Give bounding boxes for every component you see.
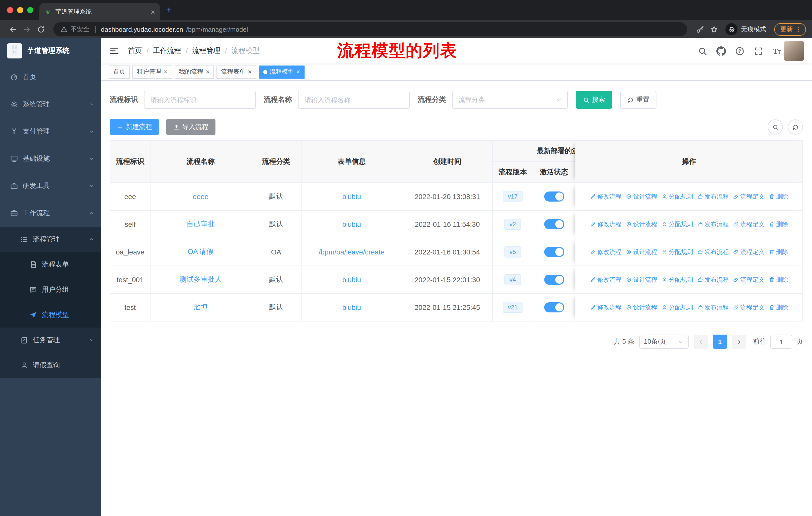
delete-link[interactable]: 删除 xyxy=(768,275,788,284)
breadcrumb-item[interactable]: 工作流程 xyxy=(153,46,181,55)
assign-rule-link[interactable]: 分配规则 xyxy=(661,220,693,228)
active-switch[interactable] xyxy=(544,302,564,313)
traffic-light-zoom[interactable] xyxy=(27,7,33,13)
assign-rule-link[interactable]: 分配规则 xyxy=(661,248,693,256)
sidebar-item-infrastructure[interactable]: 基础设施 xyxy=(0,145,101,172)
update-button[interactable]: 更新 xyxy=(774,23,806,35)
delete-link[interactable]: 删除 xyxy=(768,192,788,201)
sidebar-item-system[interactable]: 系统管理 xyxy=(0,91,101,118)
mini-button[interactable] xyxy=(788,119,803,135)
form-link[interactable]: biubiu xyxy=(342,192,361,200)
process-definition-link[interactable]: 流程定义 xyxy=(733,248,764,256)
form-link[interactable]: biubiu xyxy=(342,303,361,311)
sidebar-item-workflow[interactable]: 工作流程 xyxy=(0,199,101,227)
process-name-link[interactable]: eeee xyxy=(193,192,208,200)
search-icon[interactable] xyxy=(698,46,707,56)
sidebar-toggle[interactable] xyxy=(109,45,120,56)
breadcrumb-item[interactable]: 流程模型 xyxy=(231,46,260,55)
publish-process-link[interactable]: 发布流程 xyxy=(697,248,729,256)
design-process-link[interactable]: 设计流程 xyxy=(626,303,657,312)
sidebar-item-user-group[interactable]: 用户分组 xyxy=(0,277,101,302)
delete-link[interactable]: 删除 xyxy=(768,248,788,256)
assign-rule-link[interactable]: 分配规则 xyxy=(661,275,693,284)
modify-process-link[interactable]: 修改流程 xyxy=(590,248,621,256)
tag-home[interactable]: 首页 xyxy=(109,65,130,78)
reset-button[interactable]: 重置 xyxy=(620,91,657,109)
process-definition-link[interactable]: 流程定义 xyxy=(733,275,764,284)
modify-process-link[interactable]: 修改流程 xyxy=(590,275,621,284)
sidebar-item-payment[interactable]: 支付管理 xyxy=(0,118,101,145)
breadcrumb-item[interactable]: 首页 xyxy=(128,46,142,55)
modify-process-link[interactable]: 修改流程 xyxy=(590,192,621,201)
browser-tab[interactable]: 芋道管理系统 × xyxy=(39,3,160,20)
tag-close-icon[interactable]: × xyxy=(296,69,300,75)
publish-process-link[interactable]: 发布流程 xyxy=(697,303,729,312)
form-link[interactable]: biubiu xyxy=(342,220,361,228)
design-process-link[interactable]: 设计流程 xyxy=(626,192,657,201)
github-icon[interactable] xyxy=(716,46,726,56)
process-definition-link[interactable]: 流程定义 xyxy=(733,220,764,228)
page-number-button[interactable]: 1 xyxy=(713,334,727,349)
tag-my-process[interactable]: 我的流程 × xyxy=(174,65,214,78)
process-definition-link[interactable]: 流程定义 xyxy=(733,303,764,312)
tag-close-icon[interactable]: × xyxy=(248,69,252,75)
reload-icon[interactable] xyxy=(34,23,47,36)
tag-tenant[interactable]: 租户管理 × xyxy=(133,65,172,78)
sidebar-item-process-model[interactable]: 流程模型 xyxy=(0,302,101,328)
modify-process-link[interactable]: 修改流程 xyxy=(590,220,621,228)
publish-process-link[interactable]: 发布流程 xyxy=(697,192,729,201)
tab-close-icon[interactable]: × xyxy=(150,8,155,16)
forward-icon[interactable] xyxy=(20,23,33,36)
breadcrumb-item[interactable]: 流程管理 xyxy=(192,46,221,55)
process-name-link[interactable]: 测试多审批人 xyxy=(179,275,222,284)
design-process-link[interactable]: 设计流程 xyxy=(626,275,657,284)
fullscreen-icon[interactable] xyxy=(754,46,763,56)
publish-process-link[interactable]: 发布流程 xyxy=(697,275,729,284)
goto-page-input[interactable] xyxy=(770,334,792,349)
key-icon[interactable] xyxy=(693,23,706,36)
avatar[interactable] xyxy=(784,41,804,61)
publish-process-link[interactable]: 发布流程 xyxy=(697,220,729,228)
tag-process-model[interactable]: 流程模型 × xyxy=(259,65,305,78)
page-size-select[interactable]: 10条/页 xyxy=(639,334,689,349)
s idebar-item-devtools[interactable]: 研发工具 xyxy=(0,172,101,199)
process-key-input[interactable] xyxy=(144,91,256,109)
question-icon[interactable]: ? xyxy=(735,46,745,56)
next-page-button[interactable] xyxy=(732,334,746,349)
back-icon[interactable] xyxy=(6,23,19,36)
modify-process-link[interactable]: 修改流程 xyxy=(590,303,621,312)
create-process-button[interactable]: 新建流程 xyxy=(110,119,159,135)
mini-button[interactable] xyxy=(768,119,783,135)
traffic-light-close[interactable] xyxy=(7,7,13,13)
import-process-button[interactable]: 导入流程 xyxy=(166,119,215,135)
tag-close-icon[interactable]: × xyxy=(164,69,167,75)
active-switch[interactable] xyxy=(544,275,564,285)
assign-rule-link[interactable]: 分配规则 xyxy=(661,192,693,201)
menu-dots-icon[interactable] xyxy=(794,25,802,33)
sidebar-item-leave-query[interactable]: 请假查询 xyxy=(0,353,101,378)
warning-icon[interactable] xyxy=(60,26,67,33)
delete-link[interactable]: 删除 xyxy=(768,220,788,228)
sidebar-item-task-management[interactable]: 任务管理 xyxy=(0,328,101,353)
sidebar-item-home[interactable]: 首页 xyxy=(0,63,101,91)
active-switch[interactable] xyxy=(544,191,564,201)
active-switch[interactable] xyxy=(544,247,564,257)
form-link[interactable]: biubiu xyxy=(342,276,361,284)
assign-rule-link[interactable]: 分配规则 xyxy=(661,303,693,312)
address-bar[interactable]: 不安全 dashboard.yudao.iocoder.cn/bpm/manag… xyxy=(53,22,687,36)
delete-link[interactable]: 删除 xyxy=(768,303,788,312)
search-button[interactable]: 搜索 xyxy=(576,91,612,109)
sidebar-item-process-management[interactable]: 流程管理 xyxy=(0,227,101,252)
design-process-link[interactable]: 设计流程 xyxy=(626,248,657,256)
form-link[interactable]: /bpm/oa/leave/create xyxy=(319,248,385,256)
traffic-light-minimize[interactable] xyxy=(17,7,23,13)
process-name-input[interactable] xyxy=(298,91,410,109)
active-switch[interactable] xyxy=(544,219,564,229)
design-process-link[interactable]: 设计流程 xyxy=(626,220,657,228)
bookmark-star-icon[interactable] xyxy=(707,23,720,36)
tag-close-icon[interactable]: × xyxy=(206,69,209,75)
sidebar-item-process-form[interactable]: 流程表单 xyxy=(0,252,101,277)
fontsize-icon[interactable]: TT xyxy=(772,46,782,56)
tag-process-form[interactable]: 流程表单 × xyxy=(216,65,256,78)
process-name-link[interactable]: 滔博 xyxy=(194,303,208,312)
